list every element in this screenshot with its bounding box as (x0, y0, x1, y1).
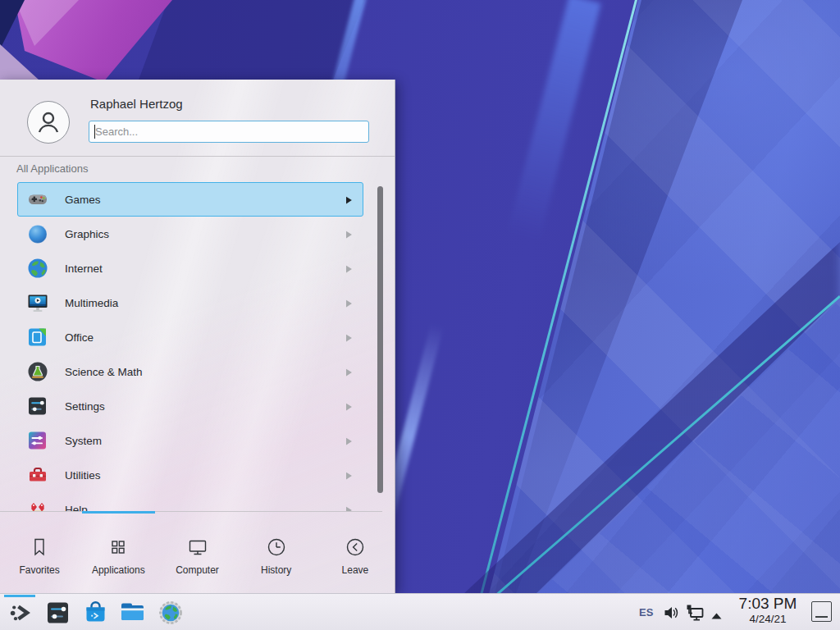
search-input[interactable] (89, 121, 368, 142)
list-scrollbar[interactable] (377, 186, 383, 493)
tab-history[interactable]: History (237, 514, 316, 593)
launcher-tab-bar: Favorites Applications C (0, 514, 395, 593)
menu-item-label: Office (65, 331, 346, 344)
menu-item-system[interactable]: System ▶ (17, 423, 363, 458)
utilities-icon (26, 463, 49, 486)
user-avatar[interactable] (27, 101, 70, 144)
menu-item-utilities[interactable]: Utilities ▶ (17, 458, 363, 492)
submenu-arrow-icon: ▶ (346, 332, 352, 343)
leave-icon (344, 536, 367, 559)
tab-leave[interactable]: Leave (316, 514, 395, 593)
desktop: Raphael Hertzog All Applications (0, 0, 840, 630)
search-field[interactable] (89, 121, 369, 143)
category-list: Games ▶ Graphics ▶ (0, 182, 395, 511)
user-name: Raphael Hertzog (90, 97, 183, 111)
menu-item-label: Games (65, 194, 346, 206)
submenu-arrow-icon: ▶ (346, 470, 352, 481)
multimedia-icon (26, 291, 49, 314)
menu-item-label: Settings (65, 400, 346, 413)
volume-icon[interactable] (663, 605, 679, 624)
tab-label: Leave (342, 564, 369, 576)
menu-item-label: System (65, 435, 346, 447)
submenu-arrow-icon: ▶ (346, 367, 352, 377)
tab-label: Applications (92, 564, 145, 576)
active-tab-indicator (82, 511, 155, 514)
folder-icon (119, 599, 146, 626)
menu-item-multimedia[interactable]: Multimedia ▶ (17, 285, 363, 320)
clock-date: 4/24/21 (729, 614, 806, 625)
digital-clock[interactable]: 7:03 PM 4/24/21 (729, 596, 806, 625)
system-settings-button[interactable] (44, 599, 71, 626)
applications-icon (107, 536, 130, 559)
kickoff-menu-button[interactable] (7, 599, 34, 626)
web-browser-button[interactable] (157, 599, 184, 626)
globe-browser-icon (158, 600, 184, 626)
tab-computer[interactable]: Computer (158, 514, 236, 593)
menu-item-label: Graphics (65, 228, 346, 240)
tab-label: Computer (176, 564, 219, 576)
active-launcher-indicator (4, 595, 35, 597)
submenu-arrow-icon: ▶ (346, 194, 352, 205)
tab-applications[interactable]: Applications (79, 514, 158, 593)
menu-item-label: Multimedia (65, 297, 346, 309)
menu-item-office[interactable]: Office ▶ (17, 320, 363, 354)
menu-item-settings[interactable]: Settings ▶ (17, 389, 363, 423)
discover-software-button[interactable] (82, 599, 109, 626)
section-label: All Applications (16, 162, 88, 175)
keyboard-layout-indicator[interactable]: ES (639, 606, 653, 619)
submenu-arrow-icon: ▶ (346, 298, 352, 308)
tab-label: Favorites (19, 564, 59, 576)
submenu-arrow-icon: ▶ (346, 504, 352, 511)
help-icon (26, 498, 49, 511)
tab-label: History (261, 564, 291, 576)
text-caret (94, 125, 95, 139)
menu-item-help[interactable]: Help ▶ (17, 492, 363, 511)
office-icon (26, 326, 49, 349)
discover-icon (82, 599, 109, 626)
menu-item-internet[interactable]: Internet ▶ (17, 251, 363, 285)
internet-icon (26, 257, 49, 280)
system-icon (26, 429, 49, 452)
menu-item-label: Internet (65, 262, 346, 275)
submenu-arrow-icon: ▶ (346, 263, 352, 274)
settings-icon (26, 395, 49, 418)
menu-item-science-math[interactable]: Science & Math ▶ (17, 354, 363, 389)
network-icon[interactable] (686, 604, 705, 626)
file-manager-button[interactable] (119, 599, 146, 626)
header-separator (0, 156, 395, 157)
kickoff-icon (7, 600, 34, 626)
science-icon (26, 360, 49, 383)
menu-item-label: Utilities (65, 469, 346, 482)
menu-item-label: Science & Math (65, 366, 346, 378)
history-icon (265, 536, 288, 559)
user-icon (34, 107, 63, 137)
application-launcher-menu: Raphael Hertzog All Applications (0, 80, 395, 593)
graphics-icon (26, 222, 49, 245)
taskbar-panel: ES 7:03 PM 4/24/21 (0, 593, 840, 630)
expand-tray-icon[interactable] (710, 609, 723, 623)
system-settings-icon (45, 600, 71, 626)
submenu-arrow-icon: ▶ (346, 229, 352, 240)
games-icon (26, 188, 49, 211)
show-desktop-button[interactable] (811, 601, 832, 622)
submenu-arrow-icon: ▶ (346, 436, 352, 446)
menu-item-label: Help (65, 504, 346, 512)
computer-icon (186, 536, 209, 559)
footer-separator (0, 511, 382, 512)
tab-favorites[interactable]: Favorites (0, 514, 79, 593)
clock-time: 7:03 PM (729, 596, 806, 611)
submenu-arrow-icon: ▶ (346, 401, 352, 412)
menu-item-graphics[interactable]: Graphics ▶ (17, 217, 363, 251)
menu-item-games[interactable]: Games ▶ (17, 182, 363, 217)
favorites-icon (28, 536, 51, 559)
